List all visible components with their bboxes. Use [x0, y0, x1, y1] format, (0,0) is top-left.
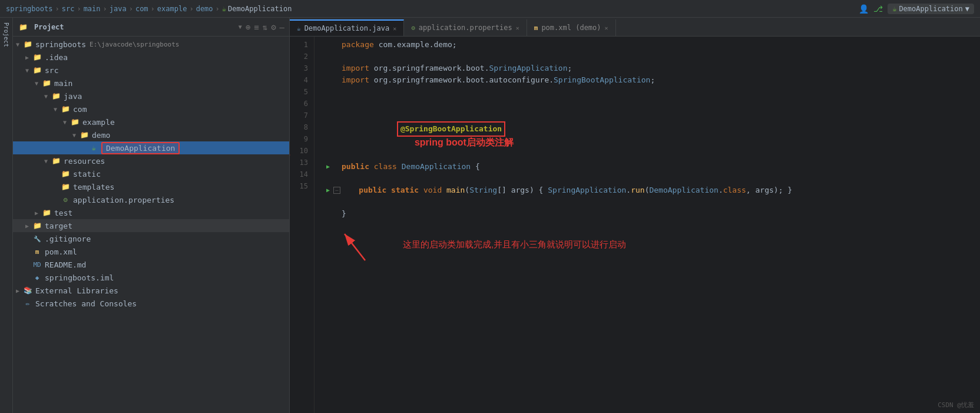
- tree-item-pomxml[interactable]: m pom.xml: [13, 245, 289, 258]
- tree-item-demoapplication[interactable]: ☕ DemoApplication: [13, 141, 289, 154]
- code-line-14: }: [323, 208, 980, 220]
- icon-gitignore: 🔧: [32, 236, 42, 242]
- project-panel-header: 📁 Project ▼ ⊕ ≡ ⇅ ⚙ —: [13, 18, 289, 37]
- code-text-7: @SpringBootApplication spring boot启动类注解: [342, 110, 980, 161]
- label-springboots: springboots: [35, 40, 86, 49]
- spring-boot-annotation-label: spring boot启动类注解: [415, 137, 514, 147]
- label-target: target: [45, 222, 72, 230]
- run-gutter-10[interactable]: ▶: [323, 184, 333, 196]
- code-text-8: public class DemoApplication {: [342, 161, 980, 173]
- label-example: example: [82, 118, 115, 127]
- icon-appprops: ⚙: [60, 196, 71, 204]
- tree-item-gitignore[interactable]: 🔧 .gitignore: [13, 232, 289, 245]
- tree-item-extlibs[interactable]: ▶ 📚 External Libraries: [13, 284, 289, 297]
- tree-item-readme[interactable]: MD README.md: [13, 258, 289, 271]
- tree-item-java[interactable]: ▼ 📁 java: [13, 90, 289, 103]
- label-demo: demo: [92, 131, 110, 140]
- tab-close-pomxml[interactable]: ✕: [605, 25, 608, 31]
- tab-close-appprops[interactable]: ✕: [516, 25, 519, 31]
- label-appprops: application.properties: [73, 196, 174, 204]
- label-readme: README.md: [45, 260, 86, 269]
- tree-item-example[interactable]: ▼ 📁 example: [13, 115, 289, 128]
- user-icon[interactable]: 👤: [859, 4, 869, 14]
- tree-item-appprops[interactable]: ⚙ application.properties: [13, 193, 289, 206]
- collapse-all-icon[interactable]: ≡: [254, 22, 259, 32]
- arrow-idea: ▶: [22, 54, 32, 61]
- arrow-demo: ▼: [69, 132, 79, 138]
- tree-item-idea[interactable]: ▶ 📁 .idea: [13, 51, 289, 64]
- git-icon[interactable]: ⎇: [873, 4, 883, 14]
- panel-collapse-arrow: ▼: [239, 24, 242, 30]
- code-line-9: [323, 173, 980, 184]
- tree-item-resources[interactable]: ▼ 📁 resources: [13, 154, 289, 167]
- label-gitignore: .gitignore: [45, 234, 91, 243]
- code-line-7: @SpringBootApplication spring boot启动类注解: [323, 110, 980, 161]
- tree-item-src[interactable]: ▼ 📁 src: [13, 64, 289, 77]
- run-gutter-8[interactable]: ▶: [323, 161, 333, 173]
- bottom-annotation-area: 这里的启动类加载完成,并且有小三角就说明可以进行启动: [323, 232, 980, 263]
- code-text-3: import org.springframework.boot.SpringAp…: [342, 62, 980, 74]
- icon-iml: ◆: [32, 274, 42, 282]
- label-demoapplication: DemoApplication: [101, 142, 180, 154]
- tree-item-main[interactable]: ▼ 📁 main: [13, 77, 289, 90]
- svg-line-1: [345, 234, 365, 260]
- arrow-resources: ▼: [41, 158, 51, 164]
- tab-application-properties[interactable]: ⚙ application.properties ✕: [404, 19, 527, 36]
- arrow-src: ▼: [22, 67, 32, 74]
- watermark: CSDN @忧羞: [938, 401, 974, 409]
- breadcrumb-main[interactable]: main: [84, 5, 101, 13]
- breadcrumb: springboots › src › main › java › com › …: [6, 5, 859, 13]
- arrow-main: ▼: [32, 80, 41, 87]
- tree-item-springboots[interactable]: ▼ 📁 springboots E:\javacode\springboots: [13, 38, 289, 51]
- fold-gutter-10[interactable]: —: [333, 187, 340, 194]
- label-extlibs: External Libraries: [35, 286, 118, 295]
- breadcrumb-com[interactable]: com: [135, 5, 148, 13]
- label-pomxml: pom.xml: [45, 247, 77, 256]
- tree-item-com[interactable]: ▼ 📁 com: [13, 103, 289, 115]
- settings-icon[interactable]: ⚙: [271, 22, 276, 32]
- tree-item-target[interactable]: ▶ 📁 target: [13, 219, 289, 232]
- project-tree: ▼ 📁 springboots E:\javacode\springboots …: [13, 37, 289, 413]
- code-editor: 1 2 3 4 5 6 7 8 9 10 13 14 15: [290, 37, 980, 413]
- breadcrumb-src[interactable]: src: [62, 5, 75, 13]
- tab-close-demoapplication[interactable]: ✕: [393, 25, 396, 32]
- code-content[interactable]: package com.example.demo; import org.spr…: [314, 37, 980, 413]
- label-src: src: [45, 66, 58, 75]
- tab-icon-java: ☕: [297, 25, 301, 32]
- breadcrumb-springboots[interactable]: springboots: [6, 5, 52, 13]
- tree-item-test[interactable]: ▶ 📁 test: [13, 206, 289, 219]
- code-text-4: import org.springframework.boot.autoconf…: [342, 74, 980, 86]
- breadcrumb-demo[interactable]: demo: [196, 5, 213, 13]
- code-line-2: [323, 51, 980, 62]
- minimize-icon[interactable]: —: [280, 22, 284, 32]
- editor-area: ☕ DemoApplication.java ✕ ⚙ application.p…: [290, 18, 980, 413]
- tree-item-demo[interactable]: ▼ 📁 demo: [13, 128, 289, 141]
- project-panel-title: Project: [34, 23, 235, 31]
- folder-icon-static: 📁: [60, 170, 71, 178]
- project-sidebar-icon[interactable]: Project: [3, 22, 9, 47]
- project-folder-icon: 📁: [18, 23, 28, 31]
- code-line-1: package com.example.demo;: [323, 39, 980, 51]
- icon-readme: MD: [32, 261, 42, 269]
- tab-demoapplication-java[interactable]: ☕ DemoApplication.java ✕: [290, 19, 404, 36]
- red-arrow-svg: [342, 228, 389, 263]
- tab-label-pomxml: pom.xml (demo): [541, 24, 601, 32]
- tab-label-appprops: application.properties: [419, 24, 512, 32]
- locate-icon[interactable]: ⊕: [246, 22, 250, 32]
- breadcrumb-java[interactable]: java: [110, 5, 127, 13]
- run-config-selector[interactable]: ☕ DemoApplication ▼: [888, 4, 974, 14]
- tree-item-templates[interactable]: 📁 templates: [13, 180, 289, 193]
- breadcrumb-example[interactable]: example: [157, 5, 187, 13]
- bottom-annotation-text: 这里的启动类加载完成,并且有小三角就说明可以进行启动: [395, 234, 634, 255]
- tab-pom-xml[interactable]: m pom.xml (demo) ✕: [527, 19, 616, 36]
- tree-item-static[interactable]: 📁 static: [13, 167, 289, 180]
- folder-icon-resources: 📁: [51, 157, 61, 165]
- arrow-java: ▼: [41, 93, 51, 100]
- arrow-extlibs: ▶: [13, 288, 22, 294]
- tree-item-scratches[interactable]: ✏ Scratches and Consoles: [13, 297, 289, 310]
- code-text-14: }: [342, 208, 980, 220]
- folder-icon-templates: 📁: [60, 183, 71, 191]
- tree-item-iml[interactable]: ◆ springboots.iml: [13, 271, 289, 284]
- sort-icon[interactable]: ⇅: [263, 22, 267, 32]
- code-text-10: public static void main(String[] args) {…: [340, 184, 980, 196]
